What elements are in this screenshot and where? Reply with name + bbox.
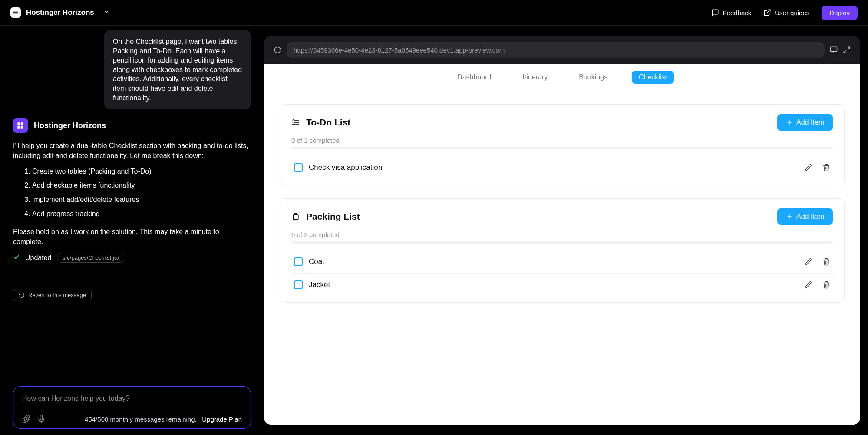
updated-file: src/pages/Checklist.jsx bbox=[57, 253, 125, 263]
tab-bookings[interactable]: Bookings bbox=[572, 71, 614, 84]
todo-add-button[interactable]: Add Item bbox=[777, 114, 833, 131]
updated-label: Updated bbox=[25, 254, 52, 262]
assistant-logo-icon bbox=[13, 118, 28, 133]
edit-icon[interactable] bbox=[804, 258, 812, 266]
top-links: Feedback User guides Deploy bbox=[711, 6, 858, 20]
svg-line-5 bbox=[848, 47, 850, 49]
feedback-link[interactable]: Feedback bbox=[711, 9, 751, 16]
composer: 454/500 monthly messages remaining. Upgr… bbox=[13, 386, 251, 429]
item-checkbox[interactable] bbox=[294, 280, 303, 289]
user-guides-label: User guides bbox=[775, 9, 809, 16]
todo-progress: 0 of 1 completed bbox=[291, 137, 833, 144]
item-text: Coat bbox=[309, 257, 324, 266]
tab-checklist[interactable]: Checklist bbox=[632, 71, 674, 84]
expand-icon[interactable] bbox=[843, 46, 851, 54]
message-input[interactable] bbox=[22, 395, 242, 402]
preview-url: https://8459366e-4e50-4e23-8127-5a0549ee… bbox=[294, 46, 505, 54]
mic-icon[interactable] bbox=[37, 415, 46, 423]
preview-toolbar: https://8459366e-4e50-4e23-8127-5a0549ee… bbox=[264, 36, 860, 64]
edit-icon[interactable] bbox=[804, 281, 812, 289]
assistant-step: Add checkable items functionality bbox=[32, 181, 251, 190]
brand-logo-icon bbox=[10, 7, 21, 18]
devices-icon[interactable] bbox=[830, 46, 838, 54]
svg-line-0 bbox=[767, 10, 770, 13]
revert-button[interactable]: Revert to this message bbox=[13, 289, 92, 301]
user-message: On the Checklist page, I want two tables… bbox=[104, 30, 251, 109]
svg-rect-12 bbox=[293, 215, 298, 220]
delete-icon[interactable] bbox=[822, 281, 830, 289]
brand-name: Hostinger Horizons bbox=[26, 8, 94, 17]
svg-line-6 bbox=[844, 51, 846, 53]
packing-progress-bar bbox=[291, 241, 833, 244]
address-bar[interactable]: https://8459366e-4e50-4e23-8127-5a0549ee… bbox=[287, 42, 825, 58]
packing-add-label: Add Item bbox=[796, 213, 824, 221]
assistant-step: Implement add/edit/delete features bbox=[32, 195, 251, 204]
chat-panel: On the Checklist page, I want two tables… bbox=[0, 26, 264, 435]
todo-card: To-Do List Add Item 0 of 1 completed Che… bbox=[280, 104, 845, 185]
assistant-name: Hostinger Horizons bbox=[34, 121, 106, 130]
preview-tabs: Dashboard Itinerary Bookings Checklist bbox=[264, 64, 860, 91]
reload-icon[interactable] bbox=[274, 46, 281, 54]
chevron-down-icon bbox=[103, 8, 110, 17]
packing-title: Packing List bbox=[306, 211, 360, 222]
check-icon bbox=[13, 254, 20, 262]
updated-row: Updated src/pages/Checklist.jsx bbox=[13, 253, 251, 263]
packing-card: Packing List Add Item 0 of 2 completed C… bbox=[280, 198, 845, 303]
composer-status: 454/500 monthly messages remaining. Upgr… bbox=[85, 415, 242, 423]
svg-rect-2 bbox=[831, 47, 837, 52]
user-guides-link[interactable]: User guides bbox=[763, 9, 809, 16]
todo-progress-bar bbox=[291, 147, 833, 149]
assistant-message: I'll help you create a dual-table Checkl… bbox=[13, 141, 251, 263]
todo-list-icon bbox=[291, 118, 300, 127]
edit-icon[interactable] bbox=[804, 164, 812, 171]
list-item: Coat bbox=[291, 250, 833, 273]
tab-dashboard[interactable]: Dashboard bbox=[450, 71, 498, 84]
attach-icon[interactable] bbox=[22, 415, 31, 423]
item-checkbox[interactable] bbox=[294, 163, 303, 172]
list-item: Jacket bbox=[291, 273, 833, 296]
assistant-step: Create two tables (Packing and To-Do) bbox=[32, 167, 251, 176]
assistant-step: Add progress tracking bbox=[32, 210, 251, 219]
assistant-outro: Please hold on as I work on the solution… bbox=[13, 227, 251, 247]
assistant-intro: I'll help you create a dual-table Checkl… bbox=[13, 141, 251, 161]
todo-title: To-Do List bbox=[306, 117, 350, 128]
luggage-icon bbox=[291, 212, 300, 221]
feedback-label: Feedback bbox=[723, 9, 751, 16]
upgrade-link[interactable]: Upgrade Plan bbox=[202, 415, 242, 423]
todo-add-label: Add Item bbox=[796, 119, 824, 126]
tab-itinerary[interactable]: Itinerary bbox=[515, 71, 554, 84]
item-text: Jacket bbox=[309, 280, 330, 289]
list-item: Check visa application bbox=[291, 156, 833, 179]
topbar: Hostinger Horizons Feedback User guides … bbox=[0, 0, 868, 26]
preview-panel: https://8459366e-4e50-4e23-8127-5a0549ee… bbox=[264, 26, 868, 435]
messages-remaining: 454/500 monthly messages remaining. bbox=[85, 415, 197, 423]
deploy-button[interactable]: Deploy bbox=[822, 6, 858, 20]
delete-icon[interactable] bbox=[822, 164, 830, 171]
item-text: Check visa application bbox=[309, 163, 382, 172]
brand[interactable]: Hostinger Horizons bbox=[10, 7, 110, 18]
item-checkbox[interactable] bbox=[294, 257, 303, 266]
delete-icon[interactable] bbox=[822, 258, 830, 266]
packing-add-button[interactable]: Add Item bbox=[777, 208, 833, 225]
packing-progress: 0 of 2 completed bbox=[291, 231, 833, 238]
revert-label: Revert to this message bbox=[28, 292, 86, 298]
